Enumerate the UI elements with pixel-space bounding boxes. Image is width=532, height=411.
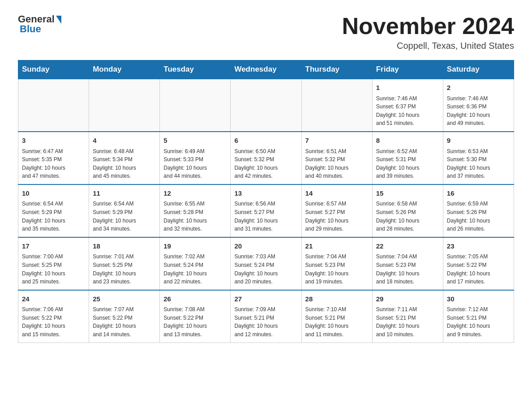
calendar-cell: 11Sunrise: 6:54 AMSunset: 5:29 PMDayligh… bbox=[89, 184, 160, 237]
day-info: Sunrise: 7:46 AMSunset: 6:37 PMDaylight:… bbox=[376, 94, 439, 128]
calendar-cell: 2Sunrise: 7:46 AMSunset: 6:36 PMDaylight… bbox=[443, 79, 514, 132]
day-info: Sunrise: 7:01 AMSunset: 5:25 PMDaylight:… bbox=[93, 253, 156, 286]
calendar-cell: 29Sunrise: 7:11 AMSunset: 5:21 PMDayligh… bbox=[372, 290, 443, 342]
calendar-week-row: 10Sunrise: 6:54 AMSunset: 5:29 PMDayligh… bbox=[18, 184, 514, 237]
day-info: Sunrise: 7:07 AMSunset: 5:22 PMDaylight:… bbox=[93, 305, 156, 338]
calendar-cell: 8Sunrise: 6:52 AMSunset: 5:31 PMDaylight… bbox=[372, 132, 443, 184]
calendar-cell: 16Sunrise: 6:59 AMSunset: 5:26 PMDayligh… bbox=[443, 184, 514, 237]
month-year-title: November 2024 bbox=[342, 13, 514, 39]
day-info: Sunrise: 6:58 AMSunset: 5:26 PMDaylight:… bbox=[376, 200, 439, 233]
logo-triangle-icon bbox=[56, 16, 61, 24]
weekday-header-saturday: Saturday bbox=[443, 60, 514, 79]
weekday-header-sunday: Sunday bbox=[18, 60, 89, 79]
day-info: Sunrise: 7:08 AMSunset: 5:22 PMDaylight:… bbox=[163, 305, 227, 338]
day-number: 29 bbox=[376, 294, 439, 304]
calendar-cell: 15Sunrise: 6:58 AMSunset: 5:26 PMDayligh… bbox=[372, 184, 443, 237]
calendar-week-row: 1Sunrise: 7:46 AMSunset: 6:37 PMDaylight… bbox=[18, 79, 514, 132]
day-info: Sunrise: 7:02 AMSunset: 5:24 PMDaylight:… bbox=[163, 253, 227, 286]
day-info: Sunrise: 6:52 AMSunset: 5:31 PMDaylight:… bbox=[376, 147, 439, 180]
calendar-week-row: 24Sunrise: 7:06 AMSunset: 5:22 PMDayligh… bbox=[18, 290, 514, 342]
weekday-header-tuesday: Tuesday bbox=[160, 60, 231, 79]
day-info: Sunrise: 7:11 AMSunset: 5:21 PMDaylight:… bbox=[376, 305, 439, 338]
calendar-cell: 3Sunrise: 6:47 AMSunset: 5:35 PMDaylight… bbox=[18, 132, 89, 184]
calendar-cell: 10Sunrise: 6:54 AMSunset: 5:29 PMDayligh… bbox=[18, 184, 89, 237]
day-number: 24 bbox=[22, 294, 85, 304]
day-number: 28 bbox=[305, 294, 369, 304]
day-info: Sunrise: 6:47 AMSunset: 5:35 PMDaylight:… bbox=[22, 147, 85, 180]
calendar-table: SundayMondayTuesdayWednesdayThursdayFrid… bbox=[18, 60, 514, 342]
day-number: 2 bbox=[447, 83, 510, 93]
day-number: 1 bbox=[376, 83, 439, 93]
calendar-cell bbox=[160, 79, 231, 132]
calendar-cell: 21Sunrise: 7:04 AMSunset: 5:23 PMDayligh… bbox=[301, 237, 372, 290]
calendar-week-row: 3Sunrise: 6:47 AMSunset: 5:35 PMDaylight… bbox=[18, 132, 514, 184]
day-number: 13 bbox=[234, 188, 297, 199]
day-info: Sunrise: 6:49 AMSunset: 5:33 PMDaylight:… bbox=[163, 147, 227, 180]
day-number: 7 bbox=[305, 136, 369, 146]
day-number: 11 bbox=[93, 188, 156, 199]
calendar-cell: 25Sunrise: 7:07 AMSunset: 5:22 PMDayligh… bbox=[89, 290, 160, 342]
weekday-header-friday: Friday bbox=[372, 60, 443, 79]
calendar-cell: 27Sunrise: 7:09 AMSunset: 5:21 PMDayligh… bbox=[231, 290, 301, 342]
calendar-cell: 30Sunrise: 7:12 AMSunset: 5:21 PMDayligh… bbox=[443, 290, 514, 342]
calendar-cell: 13Sunrise: 6:56 AMSunset: 5:27 PMDayligh… bbox=[231, 184, 301, 237]
day-number: 19 bbox=[163, 241, 227, 252]
calendar-cell bbox=[301, 79, 372, 132]
day-number: 3 bbox=[22, 136, 85, 146]
page-header: General Blue November 2024 Coppell, Texa… bbox=[18, 13, 514, 51]
day-info: Sunrise: 7:04 AMSunset: 5:23 PMDaylight:… bbox=[305, 253, 369, 286]
day-info: Sunrise: 6:54 AMSunset: 5:29 PMDaylight:… bbox=[93, 200, 156, 233]
day-number: 6 bbox=[234, 136, 297, 146]
day-number: 23 bbox=[447, 241, 510, 252]
day-info: Sunrise: 6:48 AMSunset: 5:34 PMDaylight:… bbox=[93, 147, 156, 180]
calendar-cell: 28Sunrise: 7:10 AMSunset: 5:21 PMDayligh… bbox=[301, 290, 372, 342]
weekday-header-row: SundayMondayTuesdayWednesdayThursdayFrid… bbox=[18, 60, 514, 79]
day-info: Sunrise: 7:12 AMSunset: 5:21 PMDaylight:… bbox=[447, 305, 510, 338]
location-subtitle: Coppell, Texas, United States bbox=[342, 41, 514, 51]
day-number: 8 bbox=[376, 136, 439, 146]
calendar-week-row: 17Sunrise: 7:00 AMSunset: 5:25 PMDayligh… bbox=[18, 237, 514, 290]
day-info: Sunrise: 6:54 AMSunset: 5:29 PMDaylight:… bbox=[22, 200, 85, 233]
day-info: Sunrise: 7:03 AMSunset: 5:24 PMDaylight:… bbox=[234, 253, 297, 286]
weekday-header-thursday: Thursday bbox=[301, 60, 372, 79]
day-number: 5 bbox=[163, 136, 227, 146]
calendar-cell: 19Sunrise: 7:02 AMSunset: 5:24 PMDayligh… bbox=[160, 237, 231, 290]
day-info: Sunrise: 7:05 AMSunset: 5:22 PMDaylight:… bbox=[447, 253, 510, 286]
day-number: 15 bbox=[376, 188, 439, 199]
day-number: 22 bbox=[376, 241, 439, 252]
day-number: 10 bbox=[22, 188, 85, 199]
calendar-cell: 23Sunrise: 7:05 AMSunset: 5:22 PMDayligh… bbox=[443, 237, 514, 290]
weekday-header-monday: Monday bbox=[89, 60, 160, 79]
calendar-cell: 6Sunrise: 6:50 AMSunset: 5:32 PMDaylight… bbox=[231, 132, 301, 184]
calendar-cell bbox=[89, 79, 160, 132]
day-number: 25 bbox=[93, 294, 156, 304]
day-info: Sunrise: 6:50 AMSunset: 5:32 PMDaylight:… bbox=[234, 147, 297, 180]
day-info: Sunrise: 7:06 AMSunset: 5:22 PMDaylight:… bbox=[22, 305, 85, 338]
day-info: Sunrise: 6:59 AMSunset: 5:26 PMDaylight:… bbox=[447, 200, 510, 233]
day-number: 26 bbox=[163, 294, 227, 304]
day-info: Sunrise: 6:53 AMSunset: 5:30 PMDaylight:… bbox=[447, 147, 510, 180]
day-number: 18 bbox=[93, 241, 156, 252]
calendar-cell bbox=[18, 79, 89, 132]
logo: General Blue bbox=[18, 13, 61, 35]
day-number: 20 bbox=[234, 241, 297, 252]
weekday-header-wednesday: Wednesday bbox=[231, 60, 301, 79]
calendar-cell bbox=[231, 79, 301, 132]
day-info: Sunrise: 6:51 AMSunset: 5:32 PMDaylight:… bbox=[305, 147, 369, 180]
day-info: Sunrise: 7:46 AMSunset: 6:36 PMDaylight:… bbox=[447, 94, 510, 128]
day-number: 16 bbox=[447, 188, 510, 199]
day-number: 14 bbox=[305, 188, 369, 199]
calendar-cell: 7Sunrise: 6:51 AMSunset: 5:32 PMDaylight… bbox=[301, 132, 372, 184]
day-info: Sunrise: 7:10 AMSunset: 5:21 PMDaylight:… bbox=[305, 305, 369, 338]
calendar-cell: 4Sunrise: 6:48 AMSunset: 5:34 PMDaylight… bbox=[89, 132, 160, 184]
day-number: 30 bbox=[447, 294, 510, 304]
day-number: 12 bbox=[163, 188, 227, 199]
logo-blue-text: Blue bbox=[20, 23, 41, 35]
day-info: Sunrise: 6:56 AMSunset: 5:27 PMDaylight:… bbox=[234, 200, 297, 233]
calendar-cell: 1Sunrise: 7:46 AMSunset: 6:37 PMDaylight… bbox=[372, 79, 443, 132]
calendar-cell: 20Sunrise: 7:03 AMSunset: 5:24 PMDayligh… bbox=[231, 237, 301, 290]
calendar-cell: 5Sunrise: 6:49 AMSunset: 5:33 PMDaylight… bbox=[160, 132, 231, 184]
day-number: 27 bbox=[234, 294, 297, 304]
day-info: Sunrise: 6:55 AMSunset: 5:28 PMDaylight:… bbox=[163, 200, 227, 233]
calendar-cell: 26Sunrise: 7:08 AMSunset: 5:22 PMDayligh… bbox=[160, 290, 231, 342]
